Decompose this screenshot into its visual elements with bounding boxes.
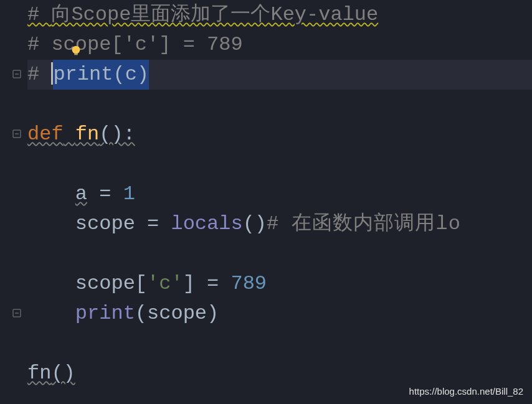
builtin-func: locals — [171, 209, 242, 239]
code-line[interactable]: def fn(): — [27, 120, 532, 149]
svg-point-6 — [72, 46, 80, 54]
fold-minus-icon[interactable] — [11, 68, 22, 80]
number-literal: 789 — [230, 269, 267, 299]
selection: print(c) — [53, 60, 149, 90]
watermark-text: https://blog.csdn.net/Bill_82 — [409, 386, 523, 397]
fold-minus-icon[interactable] — [11, 128, 22, 139]
variable: a — [75, 179, 87, 209]
code-line-blank[interactable] — [27, 329, 532, 359]
code-line-current[interactable]: # print(c) — [27, 60, 532, 90]
function-def: def fn(): — [27, 120, 135, 149]
code-line[interactable]: # scope['c'] = 789 — [27, 30, 532, 60]
svg-rect-7 — [74, 54, 78, 55]
comment-text: # 在函数内部调用lo — [267, 209, 461, 239]
code-line[interactable]: print(scope) — [27, 299, 532, 329]
code-line[interactable]: fn() — [27, 359, 532, 388]
comment-prefix: # — [27, 60, 51, 90]
code-line-blank[interactable] — [27, 90, 532, 120]
builtin-func: print — [75, 299, 135, 329]
code-line[interactable]: # 向Scope里面添加了一个Key-value — [27, 0, 532, 30]
function-call: fn() — [27, 359, 75, 388]
code-line[interactable]: a = 1 — [27, 179, 532, 209]
code-text: scope = — [75, 209, 171, 239]
code-line[interactable]: scope = locals()# 在函数内部调用lo — [27, 209, 532, 239]
lightbulb-icon[interactable] — [69, 37, 83, 51]
gutter — [0, 0, 27, 404]
number-literal: 1 — [123, 179, 135, 209]
code-area[interactable]: # 向Scope里面添加了一个Key-value # scope['c'] = … — [27, 0, 532, 404]
fold-minus-icon[interactable] — [11, 308, 22, 319]
code-text: scope[ — [75, 269, 147, 299]
code-line-blank[interactable] — [27, 149, 532, 179]
comment-text: # scope['c'] = 789 — [27, 30, 243, 60]
comment-text: # 向Scope里面添加了一个Key-value — [27, 0, 378, 30]
string-literal: 'c' — [147, 269, 183, 299]
code-editor[interactable]: # 向Scope里面添加了一个Key-value # scope['c'] = … — [0, 0, 532, 404]
code-line[interactable]: scope['c'] = 789 — [27, 269, 532, 299]
code-line-blank[interactable] — [27, 239, 532, 269]
